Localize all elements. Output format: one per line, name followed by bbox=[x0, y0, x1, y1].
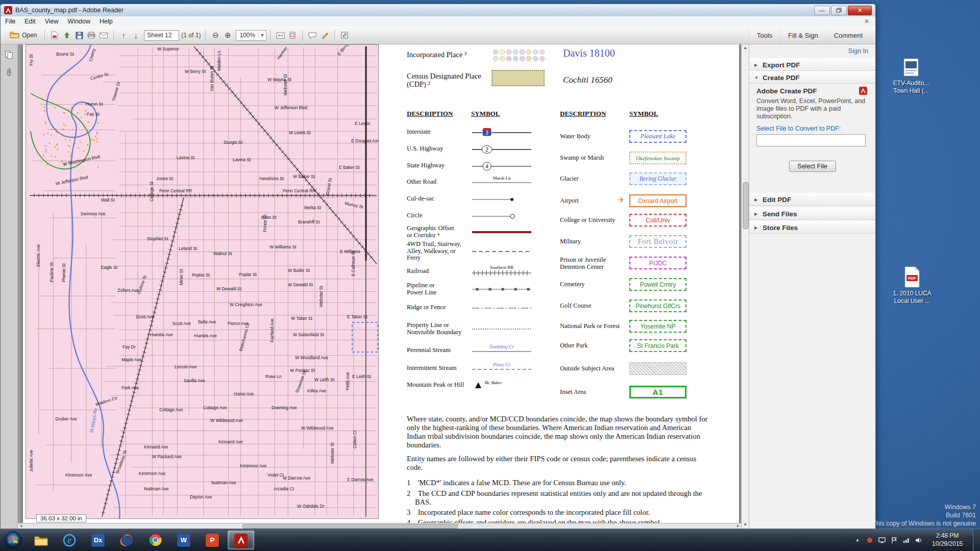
menu-help[interactable]: Help bbox=[95, 16, 117, 27]
legend-row-cemetery: CemeteryPowell Cmtry bbox=[560, 278, 713, 292]
display-icon[interactable] bbox=[878, 536, 886, 544]
zoom-in-icon[interactable]: ⊕ bbox=[222, 29, 234, 41]
file-to-convert-input[interactable] bbox=[756, 134, 866, 146]
zoom-level-select[interactable]: 100% ▼ bbox=[236, 30, 266, 41]
desktop-icon-etv-audito[interactable]: ETV-Audito...Town Hall (... bbox=[888, 57, 934, 95]
county-map[interactable]: Boone StFry StCherryW SuperiorMaiden LnH… bbox=[26, 44, 379, 519]
fullscreen-icon[interactable] bbox=[338, 29, 351, 41]
document-viewport[interactable]: Boone StFry StCherryW SuperiorMaiden LnH… bbox=[18, 44, 741, 529]
map-street-label: Walnut St bbox=[213, 251, 232, 256]
fit-page-icon[interactable] bbox=[286, 29, 299, 41]
save-icon[interactable] bbox=[73, 29, 85, 41]
taskbar-app-explorer[interactable] bbox=[28, 531, 54, 549]
tools-tab[interactable]: Tools bbox=[749, 27, 780, 44]
page-number-input[interactable]: Sheet 12 bbox=[144, 30, 179, 41]
sign-in-link[interactable]: Sign In bbox=[848, 47, 868, 55]
map-street-label: W Wildwood Ave bbox=[301, 425, 334, 431]
legend-symbol-culdesac bbox=[471, 191, 533, 209]
map-street-label: W Taber St bbox=[291, 316, 313, 321]
menu-edit[interactable]: Edit bbox=[20, 16, 40, 27]
taskbar-clock[interactable]: 2:48 PM 10/29/2015 bbox=[926, 532, 969, 548]
menu-file[interactable]: File bbox=[1, 16, 20, 27]
page-thumbnails-icon[interactable] bbox=[3, 48, 15, 61]
horizontal-scroll-thumb[interactable] bbox=[242, 524, 458, 529]
minimize-button[interactable]: — bbox=[814, 6, 830, 15]
network-icon[interactable] bbox=[902, 536, 911, 544]
panel-section-label: Edit PDF bbox=[763, 196, 791, 204]
select-file-button[interactable]: Select File bbox=[789, 161, 836, 172]
menu-view[interactable]: View bbox=[40, 16, 63, 27]
vertical-scroll-thumb[interactable] bbox=[743, 182, 749, 229]
adobe-reader-icon bbox=[4, 6, 12, 14]
legend-description: Geographic Offsetor Corridor ⁴ bbox=[407, 225, 470, 239]
taskbar-app-powerpoint[interactable]: P bbox=[199, 531, 226, 549]
close-document-icon[interactable]: ✕ bbox=[864, 18, 875, 25]
legend-description: Ridge or Fence bbox=[407, 304, 470, 311]
sign-pen-icon[interactable] bbox=[318, 29, 331, 41]
incorporated-place-label: Incorporated Place ³ bbox=[407, 51, 488, 59]
taskbar-app-dx[interactable]: Dx bbox=[85, 531, 111, 549]
taskbar: eDxWP ▲ 2:48 PM 10/29/2015 bbox=[0, 529, 980, 551]
fill-sign-tab[interactable]: Fill & Sign bbox=[780, 27, 826, 44]
close-button[interactable]: ✕ bbox=[848, 6, 872, 15]
action-center-icon[interactable] bbox=[890, 536, 898, 544]
taskbar-app-firefox[interactable] bbox=[113, 531, 140, 549]
panel-section-store-files[interactable]: ▶Store Files bbox=[749, 221, 875, 234]
taskbar-app-chrome[interactable] bbox=[142, 531, 168, 549]
map-street-label: Webster St bbox=[330, 442, 335, 464]
zoom-out-icon[interactable]: ⊖ bbox=[209, 29, 222, 41]
menu-window[interactable]: Window bbox=[63, 16, 95, 27]
scroll-right-icon[interactable]: ► bbox=[735, 523, 741, 529]
legend-row-other-park: Other ParkSt Francis Park bbox=[560, 339, 713, 353]
vertical-scrollbar[interactable]: ▲ ▼ bbox=[741, 44, 749, 529]
taskbar-app-word[interactable]: W bbox=[170, 531, 197, 549]
panel-section-edit-pdf[interactable]: ▶Edit PDF bbox=[749, 193, 875, 206]
desktop-icon-label: Local User ... bbox=[889, 297, 935, 305]
scroll-down-icon[interactable]: ▼ bbox=[742, 521, 749, 529]
volume-icon[interactable] bbox=[915, 536, 923, 544]
taskbar-app-reader[interactable] bbox=[228, 531, 254, 549]
separator bbox=[334, 30, 335, 41]
cdp-symbol bbox=[492, 70, 545, 86]
comment-tab[interactable]: Comment bbox=[826, 27, 870, 44]
attachments-paperclip-icon[interactable] bbox=[3, 66, 15, 78]
fit-width-icon[interactable] bbox=[274, 29, 286, 41]
legend-symbol-swamp: Okefenokee Swamp bbox=[629, 152, 687, 164]
start-button[interactable] bbox=[4, 531, 22, 549]
panel-section-send-files[interactable]: ▶Send Files bbox=[749, 207, 875, 220]
map-street-label: Huron St bbox=[86, 102, 103, 107]
scroll-left-icon[interactable]: ◄ bbox=[18, 523, 24, 529]
horizontal-scrollbar[interactable]: ◄ ► bbox=[18, 523, 741, 529]
map-street-label: E Leith St bbox=[352, 374, 371, 379]
restore-button[interactable] bbox=[831, 6, 847, 15]
taskbar-app-ie[interactable]: e bbox=[56, 531, 83, 549]
create-pdf-icon[interactable] bbox=[48, 29, 61, 41]
panel-section-create-pdf[interactable]: ▼Create PDF bbox=[749, 71, 875, 84]
legend-symbol-golf: Pinehurst GlfCrs bbox=[629, 299, 687, 312]
show-hidden-icons-icon[interactable]: ▲ bbox=[853, 536, 862, 544]
county-street-map-svg[interactable]: Boone StFry StCherryW SuperiorMaiden LnH… bbox=[26, 44, 379, 519]
scroll-up-icon[interactable]: ▲ bbox=[742, 44, 749, 52]
svg-text:3: 3 bbox=[485, 130, 488, 136]
map-street-label: Maiden Ln bbox=[216, 51, 222, 71]
open-button[interactable]: Open bbox=[6, 29, 41, 41]
share-icon[interactable] bbox=[61, 29, 73, 41]
show-desktop-button[interactable] bbox=[973, 529, 980, 551]
map-street-label: W Superior bbox=[157, 46, 179, 52]
comment-bubble-icon[interactable] bbox=[306, 29, 318, 41]
legend-description: Property Line orNonvisible Boundary bbox=[407, 322, 470, 336]
map-street-label: E Taber St bbox=[347, 314, 368, 319]
panel-section-export-pdf[interactable]: ▶Export PDF bbox=[749, 58, 875, 71]
print-icon[interactable] bbox=[85, 29, 97, 41]
desktop-icon-1-2010-luca[interactable]: PDF1. 2010 LUCALocal User ... bbox=[889, 266, 935, 305]
tools-panel: Sign In ▶Export PDF▼Create PDF▶Edit PDF▶… bbox=[749, 44, 875, 529]
legend-description: Other Road bbox=[407, 179, 470, 186]
legend-symbol-airport: Oxnard Airport bbox=[629, 194, 687, 207]
map-street-label: Lavina St bbox=[233, 157, 251, 162]
next-page-icon[interactable]: ↓ bbox=[130, 29, 142, 41]
title-bar[interactable]: BAS_county_map.pdf - Adobe Reader — ✕ bbox=[1, 4, 875, 17]
antivirus-icon[interactable] bbox=[866, 536, 874, 544]
previous-page-icon[interactable]: ↑ bbox=[117, 29, 130, 41]
watermark-line: Build 7601 bbox=[872, 511, 976, 519]
email-icon[interactable] bbox=[97, 29, 110, 41]
